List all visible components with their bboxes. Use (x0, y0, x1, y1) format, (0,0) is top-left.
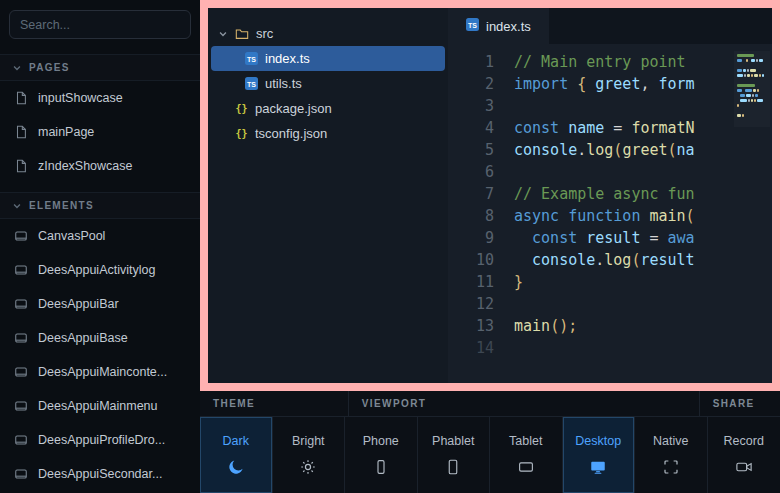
moon-icon (227, 457, 245, 477)
code-text (494, 95, 514, 117)
button-label: Record (724, 434, 764, 448)
line-number: 7 (448, 183, 494, 205)
sidebar-item-deesappuiprofiledro[interactable]: DeesAppuiProfileDro... (0, 423, 200, 457)
line-number: 4 (448, 117, 494, 139)
sidebar-item-label: zIndexShowcase (38, 159, 133, 173)
button-label: Bright (292, 434, 325, 448)
toolbar-section-title: SHARE (713, 398, 755, 409)
sidebar-item-deesappuisecondar[interactable]: DeesAppuiSecondar... (0, 457, 200, 491)
main-area: srcTSindex.tsTSutils.ts{}package.json{}t… (200, 0, 780, 493)
button-label: Desktop (575, 434, 621, 448)
code-line: 3 (448, 95, 772, 117)
sidebar-item-label: DeesAppuiSecondar... (38, 467, 162, 481)
chevron-down-icon (12, 201, 22, 211)
sidebar: PAGESinputShowcasemainPagezIndexShowcase… (0, 0, 200, 493)
desktop-button[interactable]: Desktop (563, 417, 636, 493)
search-input[interactable] (9, 10, 191, 39)
chevron-down-icon (218, 29, 228, 39)
line-number: 14 (448, 337, 494, 359)
sidebar-item-deesappuimainconte[interactable]: DeesAppuiMainconte... (0, 355, 200, 389)
sidebar-item-label: mainPage (38, 125, 94, 139)
file-tree: srcTSindex.tsTSutils.ts{}package.json{}t… (208, 8, 448, 383)
tree-file-utils-ts[interactable]: TSutils.ts (208, 71, 448, 96)
tab-index-ts[interactable]: TSindex.ts (448, 8, 549, 44)
toolbar-group-theme: DarkBright (200, 417, 345, 493)
code-text: console.log(result (494, 249, 695, 271)
sidebar-item-zindexshowcase[interactable]: zIndexShowcase (0, 149, 200, 183)
preview-content: srcTSindex.tsTSutils.ts{}package.json{}t… (208, 8, 772, 383)
sidebar-item-label: DeesAppuiMainconte... (38, 365, 167, 379)
toolbar-section-title: THEME (213, 398, 255, 409)
sidebar-item-label: CanvasPool (38, 229, 105, 243)
code-line: 7// Example async fun (448, 183, 772, 205)
code-text: import { greet, form (494, 73, 695, 95)
phone-icon (372, 457, 390, 477)
code-text (494, 337, 514, 359)
dark-button[interactable]: Dark (200, 417, 273, 493)
code-line: 4const name = formatN (448, 117, 772, 139)
tree-file-label: index.ts (265, 51, 310, 66)
tree-folder-src[interactable]: src (208, 21, 448, 46)
phone-button[interactable]: Phone (345, 417, 418, 493)
line-number: 13 (448, 315, 494, 337)
desktop-icon (588, 457, 608, 477)
svg-text:TS: TS (247, 56, 256, 63)
toolbar-group-viewport: PhonePhabletTabletDesktopNative (345, 417, 708, 493)
section-header-elements[interactable]: ELEMENTS (0, 192, 200, 219)
tablet-button[interactable]: Tablet (490, 417, 563, 493)
svg-text:{}: {} (235, 128, 247, 139)
document-icon (14, 125, 28, 139)
bright-button[interactable]: Bright (273, 417, 346, 493)
sidebar-item-deesappuibar[interactable]: DeesAppuiBar (0, 287, 200, 321)
button-label: Phone (363, 434, 399, 448)
tree-file-index-ts[interactable]: TSindex.ts (211, 46, 445, 71)
code-area[interactable]: 1// Main entry point2import { greet, for… (448, 44, 772, 383)
toolbar-buttons: DarkBrightPhonePhabletTabletDesktopNativ… (200, 417, 780, 493)
sidebar-item-deesappuibase[interactable]: DeesAppuiBase (0, 321, 200, 355)
component-icon (14, 263, 28, 277)
line-number: 3 (448, 95, 494, 117)
button-label: Tablet (509, 434, 542, 448)
toolbar-section-label-viewport: VIEWPORT (349, 391, 700, 416)
sun-icon (299, 457, 317, 477)
line-number: 11 (448, 271, 494, 293)
minimap[interactable] (734, 51, 770, 127)
sidebar-item-deesappuimainmenu[interactable]: DeesAppuiMainmenu (0, 389, 200, 423)
chevron-down-icon (12, 63, 22, 73)
code-line: 2import { greet, form (448, 73, 772, 95)
json-icon: {} (235, 102, 248, 115)
section-label: ELEMENTS (29, 200, 94, 211)
editor-tabbar: TSindex.ts (448, 8, 772, 44)
document-icon (14, 159, 28, 173)
toolbar: THEMEVIEWPORTSHARE DarkBrightPhonePhable… (200, 391, 780, 493)
tree-file-package-json[interactable]: {}package.json (208, 96, 448, 121)
sidebar-item-mainpage[interactable]: mainPage (0, 115, 200, 149)
code-text (494, 293, 514, 315)
sidebar-item-deesappuiactivitylog[interactable]: DeesAppuiActivitylog (0, 253, 200, 287)
native-button[interactable]: Native (635, 417, 708, 493)
sidebar-item-label: DeesAppuiMainmenu (38, 399, 158, 413)
code-line: 11} (448, 271, 772, 293)
code-text: const result = awa (494, 227, 695, 249)
tree-folder-label: src (256, 26, 273, 41)
sidebar-item-canvaspool[interactable]: CanvasPool (0, 219, 200, 253)
sidebar-item-inputshowcase[interactable]: inputShowcase (0, 81, 200, 115)
toolbar-section-label-share: SHARE (700, 391, 780, 416)
record-icon (734, 457, 754, 477)
code-line: 14 (448, 337, 772, 359)
tree-file-tsconfig-json[interactable]: {}tsconfig.json (208, 121, 448, 146)
native-icon (662, 457, 680, 477)
line-number: 12 (448, 293, 494, 315)
component-icon (14, 365, 28, 379)
code-text (494, 161, 514, 183)
record-button[interactable]: Record (708, 417, 780, 493)
code-text: const name = formatN (494, 117, 695, 139)
sidebar-sections: PAGESinputShowcasemainPagezIndexShowcase… (0, 45, 200, 493)
code-line: 10 console.log(result (448, 249, 772, 271)
component-icon (14, 399, 28, 413)
line-number: 10 (448, 249, 494, 271)
sidebar-item-label: DeesAppuiBase (38, 331, 128, 345)
section-header-pages[interactable]: PAGES (0, 54, 200, 81)
code-line: 13main(); (448, 315, 772, 337)
phablet-button[interactable]: Phablet (418, 417, 491, 493)
